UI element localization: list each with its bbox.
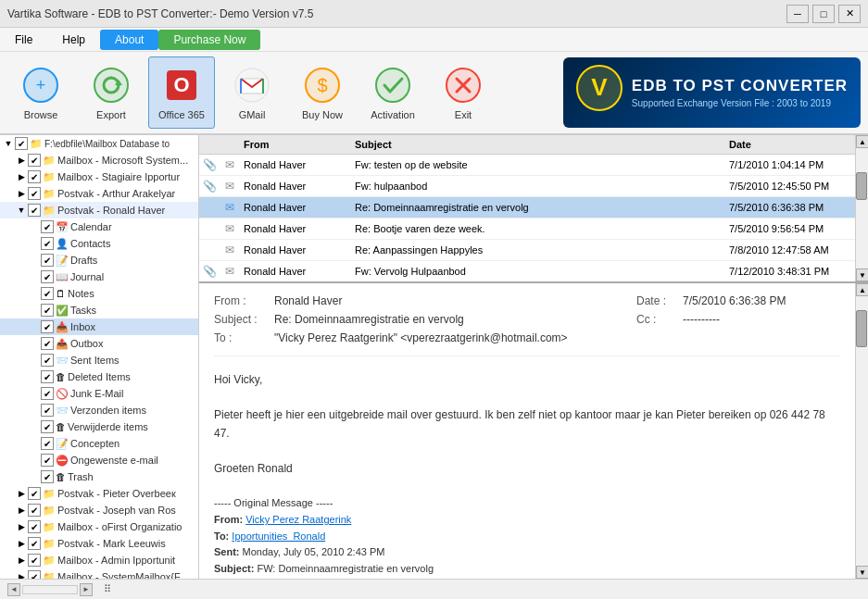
h-scroll-left[interactable]: ◄ — [7, 583, 20, 596]
tree-tasks[interactable]: ✔ ✅ Tasks — [0, 302, 198, 318]
export-button[interactable]: Export — [78, 56, 145, 129]
date-2: 7/5/2010 12:45:50 PM — [725, 179, 855, 193]
env-5: ✉ — [220, 242, 240, 258]
mailbox-1-label: Mailbox - Microsoft System... — [57, 155, 188, 166]
col-date-header[interactable]: Date — [725, 137, 855, 152]
outbox-label: Outbox — [70, 338, 103, 349]
email-detail: From : Ronald Haver Date : 7/5/2010 6:36… — [199, 283, 855, 579]
env-6: ✉ — [220, 263, 240, 280]
tree-admin[interactable]: ▶ ✔ 📁 Mailbox - Admin Ipportunit — [0, 552, 198, 568]
tree-pieter[interactable]: ▶ ✔ 📁 Postvak - Pieter Overbeeк — [0, 485, 198, 502]
menu-file[interactable]: File — [0, 30, 47, 50]
export-icon — [91, 65, 132, 106]
subj-1: Fw: testen op de website — [351, 157, 725, 172]
email-row-2[interactable]: 📎 ✉ Ronald Haver Fw: hulpaanbod 7/5/2010… — [199, 176, 855, 197]
svg-text:+: + — [36, 76, 46, 94]
email-list-header: From Subject Date — [199, 135, 855, 155]
exit-button[interactable]: Exit — [430, 56, 497, 129]
col-icon-header — [220, 137, 240, 152]
email-row-3[interactable]: ✉ Ronald Haver Re: Domeinnaamregistratie… — [199, 197, 855, 218]
tree-journal[interactable]: ✔ 📖 Journal — [0, 268, 198, 285]
root-checkbox[interactable]: ✔ — [15, 137, 28, 150]
tree-contacts[interactable]: ✔ 👤 Contacts — [0, 235, 198, 252]
h-scroll-track[interactable] — [22, 585, 78, 594]
buynow-button[interactable]: $ Buy Now — [289, 56, 356, 129]
from-label: From : — [214, 294, 274, 307]
col-subject-header[interactable]: Subject — [351, 137, 725, 152]
tree-mailbox-1[interactable]: ▶ ✔ 📁 Mailbox - Microsoft System... — [0, 152, 198, 168]
tree-verwijderde[interactable]: ✔ 🗑 Verwijderde items — [0, 418, 198, 435]
h-scroll-right[interactable]: ► — [80, 583, 93, 596]
tree-calendar[interactable]: ✔ 📅 Calendar — [0, 218, 198, 235]
tree-inbox[interactable]: ✔ 📥 Inbox — [0, 318, 198, 335]
col-from-header[interactable]: From — [240, 137, 351, 152]
tree-mailbox-2[interactable]: ▶ ✔ 📁 Mailbox - Stagiaire Ipportur — [0, 168, 198, 185]
email-list-scrollbar[interactable]: ▲ ▼ — [855, 135, 868, 281]
menu-help[interactable]: Help — [47, 30, 100, 50]
minimize-button[interactable]: ─ — [786, 5, 809, 23]
tree-concepten[interactable]: ✔ 📝 Concepten — [0, 435, 198, 452]
tree-notes[interactable]: ✔ 🗒 Notes — [0, 285, 198, 302]
scroll-up-btn[interactable]: ▲ — [856, 135, 868, 148]
pieter-label: Postvak - Pieter Overbeeк — [57, 488, 176, 499]
activation-button[interactable]: Activation — [359, 56, 426, 129]
env-3: ✉ — [220, 199, 240, 216]
tree-outbox[interactable]: ✔ 📤 Outbox — [0, 335, 198, 352]
orig-to-link[interactable]: Ipportunities_Ronald — [232, 530, 325, 542]
subj-2: Fw: hulpaanbod — [351, 179, 725, 193]
env-1: ✉ — [220, 156, 240, 173]
tree-root[interactable]: ▼ ✔ 📁 F:\edbfile\Mailbox Database to — [0, 135, 198, 152]
attach-4 — [199, 227, 220, 231]
contacts-label: Contacts — [70, 238, 110, 249]
to-label: To : — [214, 331, 274, 344]
tree-verzonden[interactable]: ✔ 📨 Verzonden items — [0, 402, 198, 418]
tree-junk[interactable]: ✔ 🚫 Junk E-Mail — [0, 385, 198, 402]
orig-from-link[interactable]: Vicky Perez Raatgerink — [245, 514, 351, 525]
joseph-label: Postvak - Joseph van Ros — [57, 505, 176, 516]
menu-about[interactable]: About — [100, 30, 158, 50]
detail-scroll-thumb[interactable] — [856, 310, 867, 347]
maximize-button[interactable]: □ — [812, 5, 835, 23]
tree-ronald-haver[interactable]: ▼ ✔ 📁 Postvak - Ronald Haver — [0, 202, 198, 218]
tree-trash[interactable]: ✔ 🗑 Trash — [0, 468, 198, 485]
tree-sent[interactable]: ✔ 📨 Sent Items — [0, 352, 198, 368]
from-value: Ronald Haver — [274, 294, 342, 307]
gmail-button[interactable]: GMail — [219, 56, 285, 129]
browse-button[interactable]: + Browse — [7, 56, 74, 129]
inbox-label: Inbox — [70, 321, 95, 332]
close-button[interactable]: ✕ — [838, 5, 861, 23]
tree-drafts[interactable]: ✔ 📝 Drafts — [0, 252, 198, 268]
subject-label: Subject : — [214, 313, 274, 326]
detail-scrollbar[interactable]: ▲ ▼ — [855, 283, 868, 579]
from-2: Ronald Haver — [240, 179, 351, 193]
h-scroll-area: ◄ ► — [7, 583, 93, 596]
detail-scroll-up[interactable]: ▲ — [856, 283, 868, 296]
scroll-thumb-top[interactable] — [856, 172, 867, 200]
calendar-label: Calendar — [70, 221, 112, 232]
cb-1[interactable]: ✔ — [28, 154, 41, 167]
tree-mark[interactable]: ▶ ✔ 📁 Postvak - Mark Leeuwis — [0, 535, 198, 552]
scroll-down-btn[interactable]: ▼ — [856, 268, 868, 281]
email-row-1[interactable]: 📎 ✉ Ronald Haver Fw: testen op de websit… — [199, 155, 855, 176]
office365-button[interactable]: O Office 365 — [148, 56, 215, 129]
menu-purchase[interactable]: Purchase Now — [158, 30, 260, 50]
from-6: Ronald Haver — [240, 264, 351, 279]
to-value: "Vicky Perez Raatgerink" <vperezraatgeri… — [274, 331, 568, 344]
tree-system[interactable]: ▶ ✔ 📁 Mailbox - SystemMailbox{F — [0, 568, 198, 579]
tasks-label: Tasks — [70, 305, 96, 316]
buynow-label: Buy Now — [302, 109, 343, 120]
tree-mailbox-3[interactable]: ▶ ✔ 📁 Postvak - Arthur Arakelyar — [0, 185, 198, 202]
exp-1[interactable]: ▶ — [15, 156, 28, 165]
detail-scroll-down[interactable]: ▼ — [856, 566, 868, 579]
tree-deleted[interactable]: ✔ 🗑 Deleted Items — [0, 368, 198, 385]
tree-ofirst[interactable]: ▶ ✔ 📁 Mailbox - oFirst Organizatio — [0, 518, 198, 535]
email-row-6[interactable]: 📎 ✉ Ronald Haver Fw: Vervolg Hulpaanbod … — [199, 261, 855, 282]
detail-header-row-3: To : "Vicky Perez Raatgerink" <vperezraa… — [214, 331, 840, 344]
root-expander[interactable]: ▼ — [2, 139, 15, 148]
email-row-4[interactable]: ✉ Ronald Haver Re: Bootje varen deze wee… — [199, 218, 855, 240]
tree-joseph[interactable]: ▶ ✔ 📁 Postvak - Joseph van Ros — [0, 502, 198, 518]
tree-pane: ▼ ✔ 📁 F:\edbfile\Mailbox Database to ▶ ✔… — [0, 135, 199, 579]
from-5: Ronald Haver — [240, 243, 351, 257]
tree-ongewenste[interactable]: ✔ ⛔ Ongewenste e-mail — [0, 452, 198, 468]
email-row-5[interactable]: ✉ Ronald Haver Re: Aanpassingen Happyles… — [199, 240, 855, 261]
